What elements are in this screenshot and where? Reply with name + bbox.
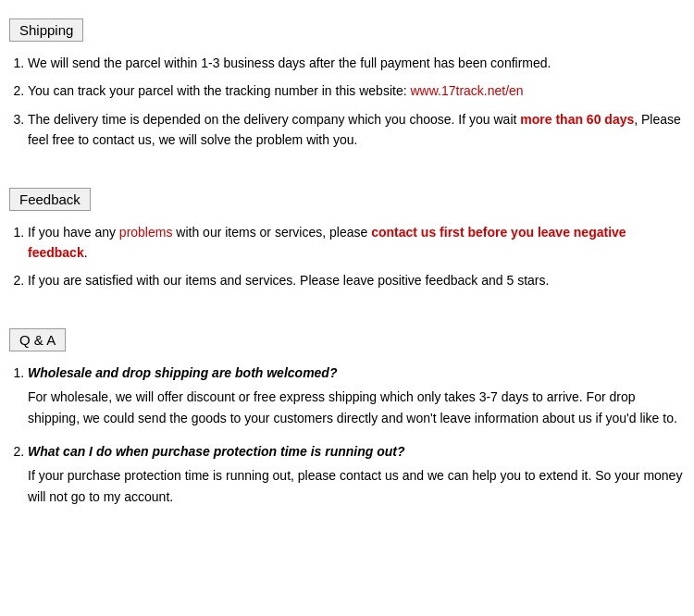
qa-item-1: Wholesale and drop shipping are both wel… (28, 363, 685, 428)
qa-question-1: Wholesale and drop shipping are both wel… (28, 363, 685, 383)
qa-list: Wholesale and drop shipping are both wel… (9, 363, 685, 507)
divider-1 (9, 169, 685, 179)
problems-word: problems (119, 225, 173, 240)
qa-section: Q & A Wholesale and drop shipping are bo… (9, 319, 685, 507)
shipping-item-1-text: We will send the parcel within 1-3 busin… (28, 55, 551, 70)
qa-title: Q & A (19, 332, 56, 348)
shipping-section: Shipping We will send the parcel within … (9, 9, 685, 151)
qa-answer-1: For wholesale, we will offer discount or… (28, 387, 685, 428)
shipping-list: We will send the parcel within 1-3 busin… (9, 53, 685, 151)
feedback-item-1-text-middle: with our items or services, please (172, 225, 371, 240)
qa-header: Q & A (9, 328, 66, 351)
qa-question-2: What can I do when purchase protection t… (28, 441, 685, 462)
feedback-item-1: If you have any problems with our items … (28, 222, 685, 264)
qa-answer-2: If your purchase protection time is runn… (28, 465, 685, 507)
tracking-link[interactable]: www.17track.net/en (410, 83, 523, 98)
feedback-item-1-text-after: . (84, 245, 88, 260)
feedback-item-1-text-before: If you have any (28, 225, 119, 240)
feedback-list: If you have any problems with our items … (9, 222, 685, 291)
divider-2 (9, 310, 685, 319)
shipping-title: Shipping (19, 22, 73, 38)
shipping-item-2-text-before: You can track your parcel with the track… (28, 83, 410, 98)
feedback-header: Feedback (9, 188, 91, 211)
shipping-item-2: You can track your parcel with the track… (28, 80, 685, 101)
feedback-item-2-text: If you are satisfied with our items and … (28, 273, 549, 288)
shipping-item-3: The delivery time is depended on the del… (28, 109, 685, 151)
shipping-header: Shipping (9, 18, 83, 42)
feedback-item-2: If you are satisfied with our items and … (28, 270, 685, 290)
shipping-item-1: We will send the parcel within 1-3 busin… (28, 53, 685, 73)
shipping-delay-highlight: more than 60 days (520, 112, 634, 127)
qa-item-2: What can I do when purchase protection t… (28, 441, 685, 507)
shipping-item-3-text-before: The delivery time is depended on the del… (28, 112, 520, 127)
feedback-section: Feedback If you have any problems with o… (9, 179, 685, 291)
feedback-title: Feedback (19, 191, 81, 207)
